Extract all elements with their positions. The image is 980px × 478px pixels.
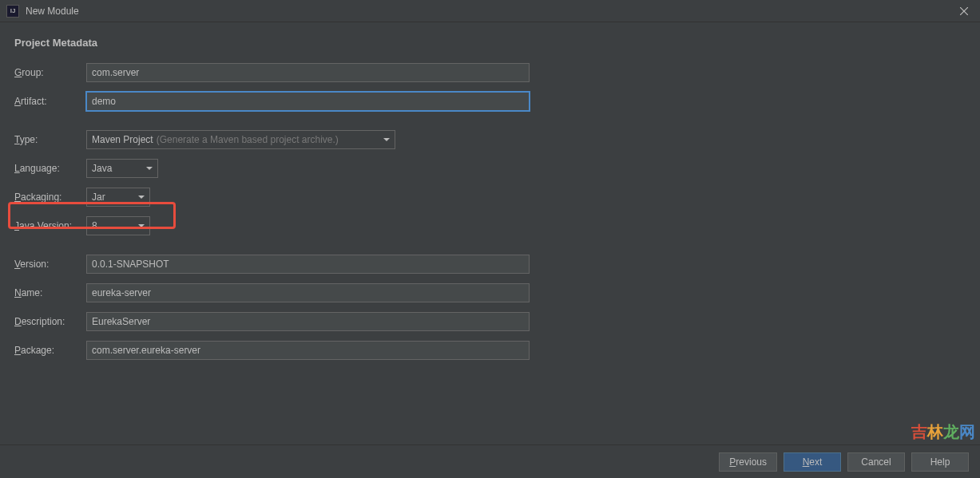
java-version-dropdown[interactable]: 8 (86, 216, 150, 235)
next-button[interactable]: Next (784, 452, 841, 472)
row-name: Name: (14, 283, 966, 302)
chevron-down-icon (146, 167, 153, 170)
label-description: Description: (14, 316, 86, 327)
chevron-down-icon (138, 224, 145, 227)
type-hint: (Generate a Maven based project archive.… (157, 134, 339, 145)
label-packaging: Packaging: (14, 192, 86, 203)
label-java-version: Java Version: (14, 220, 86, 231)
form-content: Project Metadata Group: Artifact: Type: … (0, 22, 980, 360)
section-title: Project Metadata (14, 37, 966, 49)
package-input[interactable] (86, 341, 530, 360)
close-icon[interactable] (956, 3, 972, 19)
row-language: Language: Java (14, 159, 966, 178)
watermark: 吉林龙网 (911, 421, 975, 443)
window-title: New Module (26, 6, 79, 17)
row-java-version: Java Version: 8 (14, 216, 966, 235)
version-input[interactable] (86, 255, 530, 274)
label-group: Group: (14, 67, 86, 78)
artifact-input[interactable] (86, 92, 530, 111)
row-group: Group: (14, 63, 966, 82)
type-value: Maven Project (92, 134, 153, 145)
row-description: Description: (14, 312, 966, 331)
label-version: Version: (14, 259, 86, 270)
language-dropdown[interactable]: Java (86, 159, 158, 178)
description-input[interactable] (86, 312, 530, 331)
packaging-dropdown[interactable]: Jar (86, 188, 150, 207)
label-package: Package: (14, 345, 86, 356)
chevron-down-icon (383, 138, 390, 141)
previous-button[interactable]: Previous (719, 452, 777, 472)
packaging-value: Jar (92, 192, 105, 203)
row-package: Package: (14, 341, 966, 360)
label-name: Name: (14, 287, 86, 298)
language-value: Java (92, 163, 112, 174)
group-input[interactable] (86, 63, 530, 82)
cancel-button[interactable]: Cancel (847, 452, 905, 472)
titlebar: IJ New Module (0, 0, 980, 22)
app-icon: IJ (6, 5, 19, 18)
row-type: Type: Maven Project (Generate a Maven ba… (14, 130, 966, 149)
row-artifact: Artifact: (14, 92, 966, 111)
label-language: Language: (14, 163, 86, 174)
type-dropdown[interactable]: Maven Project (Generate a Maven based pr… (86, 130, 395, 149)
java-version-value: 8 (92, 220, 97, 231)
name-input[interactable] (86, 283, 530, 302)
label-type: Type: (14, 134, 86, 145)
chevron-down-icon (138, 196, 145, 199)
footer: Previous Next Cancel Help (0, 444, 980, 478)
label-artifact: Artifact: (14, 96, 86, 107)
help-button[interactable]: Help (911, 452, 969, 472)
row-packaging: Packaging: Jar (14, 188, 966, 207)
row-version: Version: (14, 255, 966, 274)
